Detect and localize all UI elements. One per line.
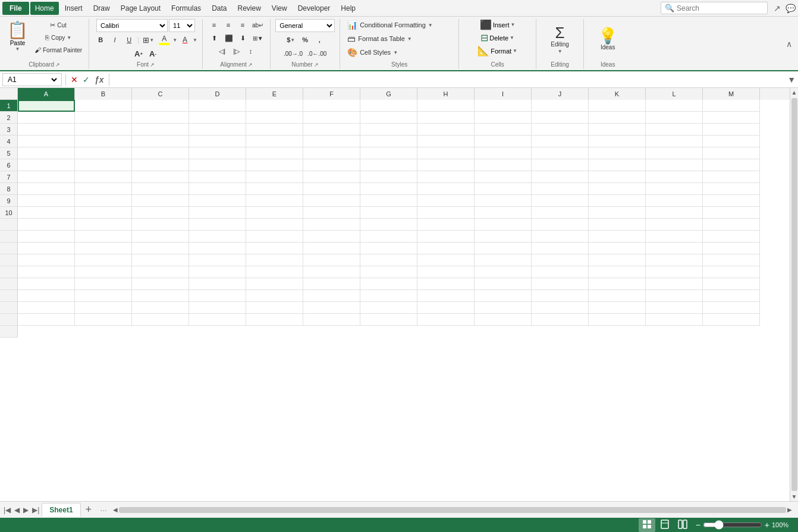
cell-A3[interactable] bbox=[18, 124, 75, 136]
font-expand-icon[interactable]: ↗ bbox=[150, 62, 155, 68]
cell-E1[interactable] bbox=[246, 100, 303, 112]
cell-A6[interactable] bbox=[18, 159, 75, 171]
col-header-C[interactable]: C bbox=[132, 88, 189, 100]
ribbon-collapse-button[interactable]: ∧ bbox=[783, 38, 796, 50]
bold-button[interactable]: B bbox=[94, 34, 107, 46]
font-color-dropdown[interactable]: ▼ bbox=[193, 37, 197, 43]
copy-button[interactable]: ⎘ Copy ▼ bbox=[33, 32, 84, 43]
sheet-tab-sheet1[interactable]: Sheet1 bbox=[42, 503, 80, 517]
horizontal-scrollbar[interactable]: ◀ ▶ bbox=[112, 506, 793, 514]
row-num-4[interactable]: 4 bbox=[0, 136, 18, 147]
scroll-thumb[interactable] bbox=[791, 98, 797, 491]
decimal-decrease-button[interactable]: .00→.0 bbox=[282, 48, 304, 59]
cell-D1[interactable] bbox=[189, 100, 246, 112]
name-box[interactable]: A1 bbox=[2, 73, 62, 86]
cancel-icon[interactable]: ✕ bbox=[70, 74, 79, 86]
col-header-M[interactable]: M bbox=[703, 88, 760, 100]
zoom-level-label[interactable]: 100% bbox=[772, 521, 793, 528]
font-color-button[interactable]: A bbox=[178, 34, 191, 46]
cell-A4[interactable] bbox=[18, 136, 75, 147]
formula-bar-expand[interactable]: ▼ bbox=[787, 75, 796, 84]
row-num-9[interactable]: 9 bbox=[0, 195, 18, 207]
cell-M1[interactable] bbox=[703, 100, 760, 112]
row-num-17[interactable] bbox=[0, 290, 18, 302]
cell-B1[interactable] bbox=[75, 100, 132, 112]
cell-C1[interactable] bbox=[132, 100, 189, 112]
normal-view-button[interactable] bbox=[639, 518, 655, 532]
row-num-2[interactable]: 2 bbox=[0, 112, 18, 124]
page-break-view-button[interactable] bbox=[674, 518, 691, 532]
zoom-slider[interactable] bbox=[703, 520, 762, 530]
format-painter-button[interactable]: 🖌 Format Painter bbox=[33, 44, 84, 56]
menu-draw[interactable]: Draw bbox=[89, 2, 115, 15]
sheet-nav-prev[interactable]: ◀ bbox=[13, 505, 21, 515]
clipboard-expand-icon[interactable]: ↗ bbox=[55, 62, 60, 68]
align-right-button[interactable]: ≡ bbox=[236, 19, 249, 31]
cell-L1[interactable] bbox=[646, 100, 703, 112]
cell-G1[interactable] bbox=[360, 100, 417, 112]
cut-button[interactable]: ✂ Cut bbox=[33, 19, 84, 31]
alignment-expand-icon[interactable]: ↗ bbox=[248, 62, 253, 68]
fill-color-dropdown[interactable]: ▼ bbox=[172, 37, 177, 43]
font-size-select[interactable]: 11 bbox=[169, 19, 195, 32]
scroll-right-button[interactable]: ▶ bbox=[786, 506, 793, 513]
menu-review[interactable]: Review bbox=[233, 2, 265, 15]
row-num-11[interactable] bbox=[0, 219, 18, 231]
conditional-formatting-button[interactable]: 📊 Conditional Formatting ▼ bbox=[345, 19, 435, 31]
cell-A7[interactable] bbox=[18, 171, 75, 183]
indent-decrease-button[interactable]: ◁| bbox=[216, 45, 229, 57]
number-format-select[interactable]: General bbox=[275, 19, 335, 32]
col-header-E[interactable]: E bbox=[246, 88, 303, 100]
delete-dropdown[interactable]: ▼ bbox=[510, 35, 514, 40]
align-center-button[interactable]: ≡ bbox=[222, 19, 235, 31]
italic-button[interactable]: I bbox=[108, 34, 121, 46]
page-layout-view-button[interactable] bbox=[656, 518, 673, 532]
cell-F1[interactable] bbox=[303, 100, 360, 112]
currency-button[interactable]: $▼ bbox=[284, 34, 297, 46]
row-num-5[interactable]: 5 bbox=[0, 147, 18, 159]
paste-button[interactable]: 📋 Paste ▼ bbox=[5, 19, 30, 53]
scroll-up-button[interactable]: ▲ bbox=[790, 88, 798, 97]
col-header-J[interactable]: J bbox=[532, 88, 589, 100]
zoom-plus-button[interactable]: + bbox=[765, 520, 769, 530]
col-header-H[interactable]: H bbox=[417, 88, 475, 100]
sheet-nav-next[interactable]: ▶ bbox=[22, 505, 30, 515]
align-middle-button[interactable]: ⬛ bbox=[222, 32, 235, 44]
comma-button[interactable]: , bbox=[313, 34, 326, 46]
row-num-3[interactable]: 3 bbox=[0, 124, 18, 136]
function-icon[interactable]: ƒx bbox=[93, 74, 105, 86]
share-icon[interactable]: ↗ bbox=[774, 4, 781, 13]
menu-file[interactable]: File bbox=[2, 2, 29, 15]
format-dropdown[interactable]: ▼ bbox=[513, 48, 517, 53]
cell-A1[interactable] bbox=[18, 100, 75, 112]
row-num-19[interactable] bbox=[0, 314, 18, 326]
number-expand-icon[interactable]: ↗ bbox=[314, 62, 319, 68]
col-header-I[interactable]: I bbox=[475, 88, 532, 100]
col-header-G[interactable]: G bbox=[360, 88, 417, 100]
menu-formulas[interactable]: Formulas bbox=[166, 2, 206, 15]
menu-view[interactable]: View bbox=[267, 2, 292, 15]
row-num-10[interactable]: 10 bbox=[0, 207, 18, 219]
scroll-down-button[interactable]: ▼ bbox=[790, 492, 798, 501]
cell-J1[interactable] bbox=[532, 100, 589, 112]
col-header-K[interactable]: K bbox=[589, 88, 646, 100]
font-name-select[interactable]: Calibri bbox=[96, 19, 168, 32]
cell-A2[interactable] bbox=[18, 112, 75, 124]
row-num-18[interactable] bbox=[0, 302, 18, 314]
menu-page-layout[interactable]: Page Layout bbox=[116, 2, 165, 15]
percent-button[interactable]: % bbox=[299, 34, 312, 46]
indent-increase-button[interactable]: |▷ bbox=[230, 45, 243, 57]
format-as-table-button[interactable]: 🗃 Format as Table ▼ bbox=[345, 33, 414, 45]
row-num-14[interactable] bbox=[0, 254, 18, 266]
increase-font-button[interactable]: A+ bbox=[132, 48, 145, 59]
cell-A5[interactable] bbox=[18, 147, 75, 159]
cell-reference-select[interactable]: A1 bbox=[5, 75, 59, 84]
col-header-B[interactable]: B bbox=[75, 88, 132, 100]
col-header-F[interactable]: F bbox=[303, 88, 360, 100]
cell-styles-button[interactable]: 🎨 Cell Styles ▼ bbox=[345, 46, 400, 58]
decimal-increase-button[interactable]: .0←.00 bbox=[306, 48, 328, 59]
decrease-font-button[interactable]: A- bbox=[146, 48, 159, 59]
scroll-left-button[interactable]: ◀ bbox=[112, 506, 119, 513]
cell-I1[interactable] bbox=[475, 100, 532, 112]
row-num-1[interactable]: 1 bbox=[0, 100, 18, 112]
